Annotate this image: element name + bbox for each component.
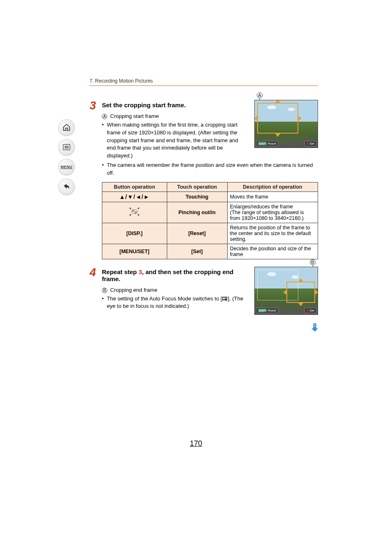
sidebar-nav: MENU [57, 119, 76, 195]
divider [90, 85, 318, 86]
table-header-row: Button operation Touch operation Descrip… [102, 182, 318, 192]
svg-point-5 [132, 210, 134, 212]
step-4: 4 Repeat step 3, and then set the croppi… [90, 267, 318, 315]
step4-label-b: B Cropping end frame [102, 286, 248, 294]
svg-rect-12 [313, 327, 316, 328]
svg-point-6 [135, 212, 136, 213]
pinch-icon [129, 207, 140, 217]
svg-point-8 [223, 298, 225, 300]
illus-reset-btn: DISP.Reset [256, 141, 278, 146]
step4-title: Repeat step 3, and then set the cropping… [102, 268, 248, 282]
step3-label-a: A Cropping start frame [102, 113, 248, 120]
svg-point-9 [226, 298, 227, 299]
step3-title: Set the cropping start frame. [102, 102, 248, 108]
continue-arrow-icon[interactable] [310, 323, 320, 332]
breadcrumb: 7. Recording Motion Pictures [90, 78, 318, 85]
illus-set-btn: Set [304, 308, 316, 313]
table-row: ▲/▼/◄/► Touching Moves the frame [102, 192, 318, 202]
illustration-a: A DISP.Reset Set [254, 100, 318, 161]
toc-icon[interactable] [58, 139, 75, 155]
table-row: Pinching out/in Enlarges/reduces the fra… [102, 202, 318, 223]
back-icon[interactable] [58, 178, 75, 195]
operation-table: Button operation Touch operation Descrip… [102, 182, 318, 259]
direction-arrows: ▲/▼/◄/► [119, 194, 150, 200]
table-row: [DISP.] [Reset] Returns the position of … [102, 223, 318, 244]
home-icon[interactable] [58, 119, 75, 136]
page-number: 170 [190, 439, 202, 448]
th-button: Button operation [102, 182, 167, 192]
table-row: [MENU/SET] [Set] Decides the position an… [102, 244, 318, 259]
step-number: 3 [90, 100, 102, 111]
svg-rect-11 [313, 325, 316, 326]
page-content: 7. Recording Motion Pictures 3 Set the c… [90, 78, 318, 321]
th-touch: Touch operation [167, 182, 227, 192]
step3-bullet2: •The camera will remember the frame posi… [102, 162, 318, 177]
svg-rect-10 [313, 323, 316, 325]
crop-start-frame [257, 103, 298, 134]
step-number: 4 [90, 267, 102, 278]
illus-reset-btn: DISP.Reset [256, 308, 278, 313]
step4-bullet1: • The setting of the Auto Focus Mode swi… [102, 295, 248, 311]
callout-a: A [257, 92, 263, 98]
illus-set-btn: Set [304, 141, 316, 146]
crop-end-frame [286, 282, 315, 303]
callout-b: B [310, 259, 316, 265]
face-detection-icon [222, 296, 228, 301]
th-desc: Description of operation [227, 182, 318, 192]
step-3: 3 Set the cropping start frame. A Croppi… [90, 100, 318, 259]
step3-bullet1: •When making settings for the first time… [102, 121, 248, 160]
illustration-b: B DISP.Reset [254, 267, 318, 315]
menu-icon[interactable]: MENU [58, 159, 75, 175]
